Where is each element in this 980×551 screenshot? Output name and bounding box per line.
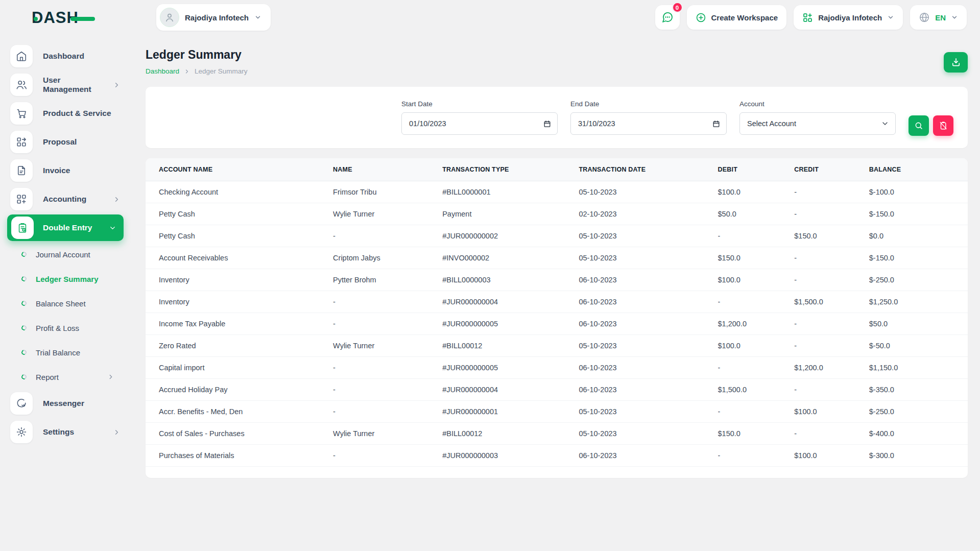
sidebar: Dashboard User Management Product & Serv… [0,35,128,446]
cell-date: 06-10-2023 [579,379,718,401]
cell-name: Frimsor Tribu [333,181,442,203]
breadcrumb-dashboard-link[interactable]: Dashboard [146,67,179,75]
chevron-right-icon [184,68,190,75]
cell-name: Wylie Turner [333,203,442,225]
sidebar-item-label: Invoice [43,166,70,175]
sidebar-item-user-management[interactable]: User Management [0,70,128,99]
column-transaction-type: TRANSACTION TYPE [442,158,579,181]
messages-button[interactable]: 0 [655,5,680,30]
calendar-icon[interactable] [712,120,720,128]
workspace-switcher[interactable]: Rajodiya Infotech [794,5,903,30]
cell-name: - [333,401,442,423]
cell-name: - [333,357,442,379]
account-select[interactable]: Select Account [739,112,896,135]
chat-bubble-icon [661,11,674,23]
cell-account: Checking Account [146,181,333,203]
cell-type: #JUR000000004 [442,291,579,313]
cell-type: #JUR000000005 [442,357,579,379]
language-switcher[interactable]: EN [910,5,967,30]
cell-name: - [333,313,442,335]
table-row: Accr. Benefits - Med, Den-#JUR0000000010… [146,401,968,423]
filter-actions [909,115,953,136]
cell-debit: $1,200.0 [718,313,795,335]
sidebar-subitem-label: Ledger Summary [36,275,99,283]
download-icon [951,57,961,67]
cell-credit: - [794,313,869,335]
table-row: Zero RatedWylie Turner#BILL0001205-10-20… [146,335,968,357]
sidebar-item-label: Dashboard [43,52,84,61]
end-date-input[interactable]: 31/10/2023 [570,112,727,135]
accounting-icon [10,188,33,210]
cell-account: Income Tax Payable [146,313,333,335]
end-date-label: End Date [570,100,727,108]
chevron-right-icon [113,81,121,89]
column-name: NAME [333,158,442,181]
user-name: Rajodiya Infotech [185,13,249,22]
sidebar-subitem-report[interactable]: Report [0,365,128,389]
sidebar-item-proposal[interactable]: Proposal [0,128,128,156]
create-workspace-button[interactable]: Create Workspace [687,5,787,30]
cell-type: Payment [442,203,579,225]
cell-credit: - [794,423,869,445]
table-row: Cost of Sales - PurchasesWylie Turner#BI… [146,423,968,445]
chevron-right-icon [113,196,121,203]
sidebar-item-product-service[interactable]: Product & Service [0,99,128,128]
cell-name: Wylie Turner [333,423,442,445]
chevron-right-icon [107,373,114,380]
cell-account: Accr. Benefits - Med, Den [146,401,333,423]
cell-date: 06-10-2023 [579,357,718,379]
cell-balance: $-250.0 [869,401,968,423]
cell-date: 05-10-2023 [579,401,718,423]
sidebar-subitem-ledger-summary[interactable]: Ledger Summary [0,267,128,291]
search-button[interactable] [909,115,929,136]
cell-credit: - [794,269,869,291]
cell-date: 05-10-2023 [579,247,718,269]
cell-balance: $-50.0 [869,335,968,357]
sidebar-item-double-entry[interactable]: Double Entry [7,214,124,241]
account-field: Account Select Account [739,100,896,135]
column-debit: DEBIT [718,158,795,181]
cell-date: 06-10-2023 [579,313,718,335]
logo-dot-accent [34,17,38,21]
download-button[interactable] [944,52,968,73]
table-row: Accrued Holiday Pay-#JUR00000000406-10-2… [146,379,968,401]
cell-debit: - [718,291,795,313]
sidebar-item-invoice[interactable]: Invoice [0,156,128,185]
sidebar-subitem-balance-sheet[interactable]: Balance Sheet [0,291,128,316]
sidebar-item-settings[interactable]: Settings [0,418,128,446]
cell-name: - [333,291,442,313]
cell-debit: - [718,357,795,379]
cart-icon [10,102,33,125]
cell-credit: - [794,247,869,269]
cell-account: Zero Rated [146,335,333,357]
sidebar-item-dashboard[interactable]: Dashboard [0,42,128,70]
cell-account: Cost of Sales - Purchases [146,423,333,445]
home-icon [10,45,33,67]
start-date-input[interactable]: 01/10/2023 [401,112,558,135]
sidebar-item-accounting[interactable]: Accounting [0,185,128,213]
cell-credit: - [794,335,869,357]
top-right-actions: 0 Create Workspace Rajodiya Infotech [655,5,967,30]
sidebar-item-messenger[interactable]: Messenger [0,389,128,418]
user-menu[interactable]: Rajodiya Infotech [156,4,271,31]
calendar-icon[interactable] [543,120,551,128]
cell-date: 05-10-2023 [579,225,718,247]
cell-account: Inventory [146,269,333,291]
cell-account: Petty Cash [146,225,333,247]
cell-debit: - [718,225,795,247]
cell-balance: $-100.0 [869,181,968,203]
end-date-field: End Date 31/10/2023 [570,100,727,135]
sidebar-subitem-trial-balance[interactable]: Trial Balance [0,340,128,365]
main-content: Ledger Summary Dashboard Ledger Summary … [128,35,980,551]
cell-debit: $150.0 [718,247,795,269]
sidebar-subitem-profit-loss[interactable]: Profit & Loss [0,316,128,340]
messages-badge: 0 [672,2,683,13]
cell-name: - [333,225,442,247]
cell-type: #JUR000000003 [442,445,579,467]
cell-balance: $-300.0 [869,445,968,467]
sidebar-subitem-journal-account[interactable]: Journal Account [0,242,128,267]
cell-account: Accrued Holiday Pay [146,379,333,401]
chevron-down-icon [254,14,261,21]
reset-button[interactable] [933,115,953,136]
cell-debit: $1,500.0 [718,379,795,401]
